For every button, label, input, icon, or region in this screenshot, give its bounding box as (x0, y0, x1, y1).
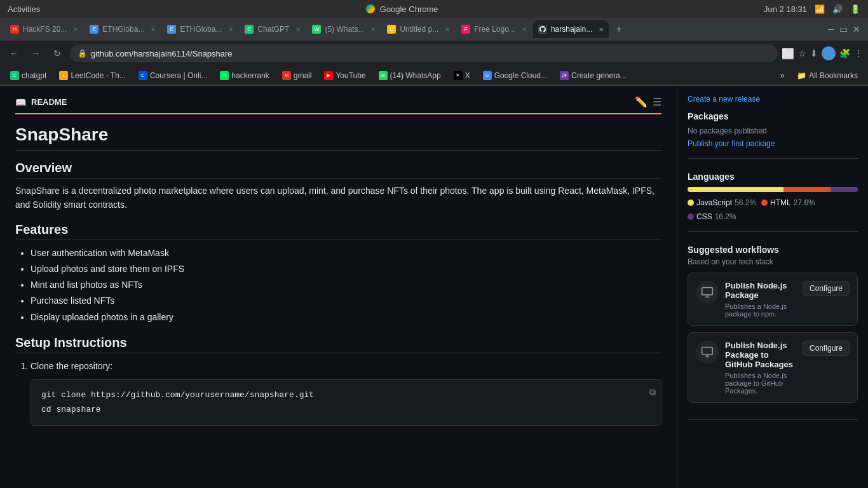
wifi-icon: 📶 (815, 4, 825, 14)
lang-dot-html (761, 200, 768, 206)
lang-item-html: HTML 27.6% (761, 198, 815, 207)
edit-readme-icon[interactable]: ✏️ (635, 96, 648, 108)
create-release-link[interactable]: Create a new release (688, 95, 760, 104)
bookmark-create[interactable]: ✨ Create genera... (555, 69, 632, 82)
extensions-icon[interactable]: 🧩 (839, 48, 850, 58)
bookmark-favicon-whatsapp: W (379, 71, 388, 80)
workflow-configure-btn-2[interactable]: Configure (803, 341, 850, 356)
bookmark-folder-icon: 📁 (797, 71, 806, 80)
tab-whatsapp[interactable]: W (5) Whats... ✕ (307, 20, 381, 38)
tab-close-untitled[interactable]: ✕ (445, 26, 450, 33)
sidebar: Create a new release Packages No package… (677, 86, 868, 488)
address-bar[interactable]: 🔒 github.com/harshajain6114/Snapshare (70, 44, 778, 62)
bookmark-hackerrank[interactable]: h hackerrank (215, 69, 274, 82)
bookmark-gmail[interactable]: M gmail (277, 69, 317, 82)
lang-dot-css (688, 214, 694, 220)
tab-close-ethglobal1[interactable]: ✕ (151, 26, 156, 33)
tab-github[interactable]: harshajain... ✕ (533, 20, 609, 38)
languages-section: Languages JavaScript 56.2% HTML 27.6% (688, 172, 858, 232)
bookmark-favicon-create: ✨ (560, 71, 569, 80)
lang-pct-html: 27.6% (794, 198, 815, 207)
tab-chatgpt[interactable]: C ChatGPT ✕ (240, 20, 306, 38)
lang-html-segment (783, 187, 831, 192)
tab-favicon-freelogo: F (461, 25, 470, 34)
tab-close-github[interactable]: ✕ (599, 26, 604, 33)
bookmark-favicon-coursera: C (139, 71, 147, 80)
tab-label-ethglobal1: ETHGloba... (102, 25, 144, 34)
bookmark-youtube[interactable]: ▶ YouTube (319, 69, 370, 82)
workflow-card-1: Publish Node.js Package Publishes a Node… (688, 273, 858, 326)
readme-tab-label[interactable]: README (31, 97, 67, 107)
bookmark-whatsapp[interactable]: W (14) WhatsApp (374, 69, 446, 82)
tab-favicon-ethglobal1: E (90, 25, 98, 34)
languages-list: JavaScript 56.2% HTML 27.6% CSS 16.2% (688, 198, 858, 221)
tab-label-github: harshajain... (551, 25, 592, 34)
bookmark-favicon-hackerrank: h (220, 71, 229, 80)
restore-icon[interactable]: ▭ (839, 24, 848, 34)
tab-close-whatsapp[interactable]: ✕ (370, 26, 376, 33)
readme-features-heading: Features (15, 222, 661, 240)
no-packages-text: No packages published (688, 126, 858, 135)
all-bookmarks[interactable]: 📁 All Bookmarks (792, 69, 863, 82)
minimize-icon[interactable]: ─ (828, 24, 834, 34)
profile-icon[interactable] (822, 46, 836, 60)
bookmark-gcloud[interactable]: G Google Cloud... (478, 69, 552, 82)
bookmark-label-x: X (465, 71, 470, 80)
list-item: Purchase listed NFTs (31, 293, 661, 309)
back-button[interactable]: ← (5, 44, 23, 62)
bookmark-coursera[interactable]: C Coursera | Onli... (133, 69, 212, 82)
workflow-content-1: Publish Node.js Package Publishes a Node… (725, 281, 796, 318)
lang-item-css: CSS 16.2% (688, 212, 736, 221)
readme-book-icon: 📖 (15, 97, 26, 107)
tab-label-ethglobal2: ETHGloba... (180, 25, 222, 34)
readme-action-icons: ✏️ ☰ (635, 96, 661, 108)
workflows-subtitle: Based on your tech stack (688, 257, 858, 266)
tab-freelogo[interactable]: F Free Logo... ✕ (456, 20, 532, 38)
close-icon[interactable]: ✕ (853, 24, 860, 34)
readme-setup-list: Clone the repository: git clone https://… (15, 358, 661, 426)
bookmark-chatgpt[interactable]: C chatgpt (5, 69, 51, 82)
tab-close-hackfs[interactable]: ✕ (73, 26, 78, 33)
tab-ethglobal1[interactable]: E ETHGloba... ✕ (85, 20, 161, 38)
workflow-title-2: Publish Node.js Package to GitHub Packag… (725, 341, 796, 369)
browser-icon (366, 4, 375, 13)
tab-hackfs[interactable]: H HackFS 20... ✕ (5, 20, 83, 38)
tab-favicon-untitled: U (387, 25, 396, 34)
menu-icon[interactable]: ⋮ (854, 48, 863, 58)
os-bar: Activities Google Chrome Jun 2 18:31 📶 🔊… (0, 0, 868, 18)
bookmark-favicon-chatgpt: C (10, 71, 19, 80)
tab-close-chatgpt[interactable]: ✕ (295, 26, 301, 33)
bookmark-icon[interactable]: ☆ (798, 48, 806, 58)
lang-dot-js (688, 200, 694, 206)
svg-rect-1 (702, 348, 713, 355)
download-icon[interactable]: ⬇ (810, 48, 818, 58)
publish-package-link[interactable]: Publish your first package (688, 139, 775, 148)
activities-label[interactable]: Activities (8, 4, 40, 14)
cast-icon[interactable]: ⬜ (782, 48, 794, 60)
lang-js-segment (688, 187, 783, 192)
window-controls: ─ ▭ ✕ (828, 24, 863, 34)
readme-header: 📖 README ✏️ ☰ (15, 96, 661, 114)
main-content: 📖 README ✏️ ☰ SnapShare Overview SnapSha… (0, 86, 677, 488)
reload-button[interactable]: ↻ (48, 44, 66, 62)
list-item: Mint and list photos as NFTs (31, 277, 661, 293)
page-content: 📖 README ✏️ ☰ SnapShare Overview SnapSha… (0, 86, 868, 488)
forward-button[interactable]: → (27, 44, 44, 62)
bookmark-leetcode[interactable]: L LeetCode - Th... (54, 69, 131, 82)
tab-close-freelogo[interactable]: ✕ (522, 26, 527, 33)
copy-code-icon[interactable]: ⧉ (649, 385, 656, 401)
bookmark-label-gmail: gmail (294, 71, 312, 80)
list-readme-icon[interactable]: ☰ (653, 96, 661, 108)
bookmark-more[interactable]: » (775, 69, 790, 82)
new-tab-button[interactable]: + (610, 20, 628, 38)
all-bookmarks-label: All Bookmarks (809, 71, 858, 80)
tab-ethglobal2[interactable]: E ETHGloba... ✕ (162, 20, 238, 38)
tab-close-ethglobal2[interactable]: ✕ (228, 26, 233, 33)
bookmark-x[interactable]: ✕ X (449, 69, 475, 82)
workflow-title-1: Publish Node.js Package (725, 281, 796, 300)
workflow-desc-1: Publishes a Node.js package to npm. (725, 302, 796, 318)
lang-name-css: CSS (696, 212, 712, 221)
workflow-icon-1 (696, 281, 719, 304)
workflow-configure-btn-1[interactable]: Configure (803, 281, 850, 296)
tab-untitled[interactable]: U Untitled p... ✕ (382, 20, 455, 38)
